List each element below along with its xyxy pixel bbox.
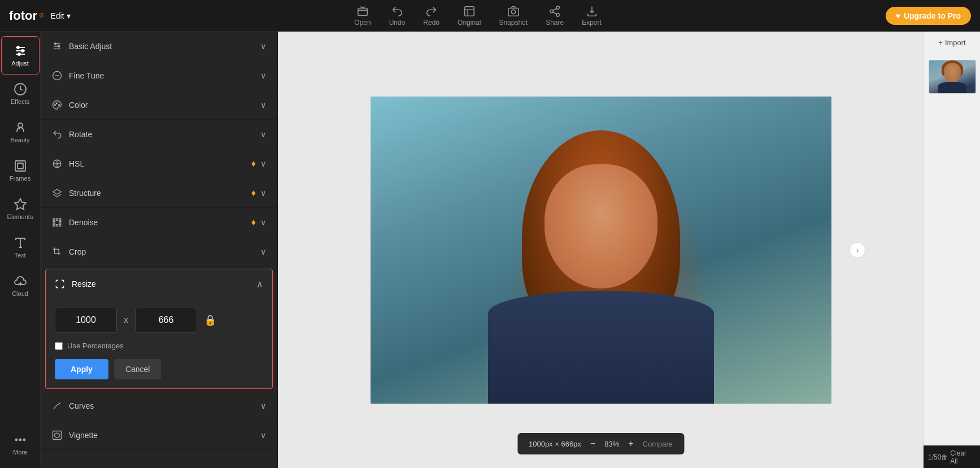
svg-rect-1 xyxy=(464,6,474,16)
sidebar-item-text[interactable]: Text xyxy=(1,228,40,266)
zoom-level: 83% xyxy=(604,440,619,448)
resize-panel-body: x 🔒 Use Percentages Apply Cancel xyxy=(46,299,272,388)
canvas-area: 1000px × 666px − 83% + Compare › xyxy=(278,32,924,468)
lock-icon[interactable]: 🔒 xyxy=(204,314,216,326)
panel-basic-adjust[interactable]: Basic Adjust ∨ xyxy=(41,32,277,61)
svg-marker-16 xyxy=(15,199,26,209)
svg-rect-34 xyxy=(53,224,55,226)
topbar: fotor® Edit ▾ Open Undo Redo Original Sn… xyxy=(0,0,980,32)
redo-action[interactable]: Redo xyxy=(423,5,439,27)
export-action[interactable]: Export xyxy=(582,5,602,27)
resize-panel-header[interactable]: Resize ∧ xyxy=(46,269,272,299)
sidebar-item-frames[interactable]: Frames xyxy=(1,151,40,190)
panel-basic-adjust-left: Basic Adjust xyxy=(52,41,112,51)
svg-rect-32 xyxy=(53,221,55,223)
panel-color[interactable]: Color ∨ xyxy=(41,90,277,120)
sidebar-item-adjust[interactable]: Adjust xyxy=(1,36,40,75)
crop-chevron: ∨ xyxy=(260,247,266,256)
denoise-label: Denoise xyxy=(69,218,98,227)
panel-rotate-left: Rotate xyxy=(52,129,92,139)
sidebar-item-beauty[interactable]: Beauty xyxy=(1,113,40,151)
undo-label: Undo xyxy=(389,19,406,27)
undo-action[interactable]: Undo xyxy=(389,5,406,27)
edit-menu[interactable]: Edit ▾ xyxy=(50,11,70,20)
more-label: More xyxy=(13,449,27,456)
svg-point-19 xyxy=(23,439,25,441)
panel-denoise-left: Denoise xyxy=(52,217,98,228)
zoom-in-button[interactable]: + xyxy=(628,439,633,449)
canvas-image xyxy=(371,97,831,404)
image-thumbnail[interactable] xyxy=(929,60,976,94)
expand-panel-button[interactable]: › xyxy=(850,242,865,258)
adjust-label: Adjust xyxy=(11,60,29,67)
svg-point-5 xyxy=(550,10,554,13)
sidebar-item-more[interactable]: More xyxy=(1,425,40,463)
panel-hsl-left: HSL xyxy=(52,159,84,169)
thumbnail-face xyxy=(944,63,961,83)
apply-button[interactable]: Apply xyxy=(55,359,108,379)
resize-panel: Resize ∧ x 🔒 Use Percentages Apply Cance xyxy=(45,269,273,389)
main-area: Adjust Effects Beauty Frames Elements Te… xyxy=(0,32,980,468)
zoom-out-button[interactable]: − xyxy=(590,439,595,449)
right-panel: + Import xyxy=(924,32,980,468)
svg-rect-30 xyxy=(56,218,58,220)
edit-chevron: ▾ xyxy=(67,11,71,20)
structure-pro-badge: ♦ xyxy=(251,188,256,198)
panel-fine-tune-left: Fine Tune xyxy=(52,71,104,81)
svg-point-25 xyxy=(54,104,55,105)
denoise-pro-badge: ♦ xyxy=(251,217,256,228)
hsl-pro-badge: ♦ xyxy=(251,159,256,169)
panel-crop[interactable]: Crop ∨ xyxy=(41,237,277,266)
compare-button[interactable]: Compare xyxy=(643,440,673,448)
panel-crop-left: Crop xyxy=(52,247,86,257)
structure-chevron: ∨ xyxy=(260,189,266,198)
original-action[interactable]: Original xyxy=(458,5,481,27)
export-label: Export xyxy=(582,19,602,27)
svg-point-18 xyxy=(19,439,21,441)
svg-rect-37 xyxy=(53,431,62,439)
svg-rect-15 xyxy=(18,163,23,169)
clear-all-button[interactable]: 🗑 Clear All xyxy=(941,449,975,465)
panel-vignette[interactable]: Vignette ∨ xyxy=(41,421,277,450)
panel-hsl[interactable]: HSL ♦ ∨ xyxy=(41,149,277,178)
basic-adjust-label: Basic Adjust xyxy=(69,42,112,51)
structure-label: Structure xyxy=(69,189,101,198)
sidebar-item-elements[interactable]: Elements xyxy=(1,190,40,228)
app-logo: fotor® xyxy=(9,8,43,23)
upgrade-button[interactable]: ♥ Upgrade to Pro xyxy=(886,7,971,25)
text-label: Text xyxy=(14,252,25,259)
panel-curves[interactable]: Curves ∨ xyxy=(41,391,277,421)
svg-point-3 xyxy=(511,10,515,14)
svg-point-10 xyxy=(17,46,19,49)
resize-width-input[interactable] xyxy=(55,308,117,333)
panel-rotate[interactable]: Rotate ∨ xyxy=(41,120,277,149)
resize-header-left: Resize xyxy=(55,279,96,289)
panel-fine-tune[interactable]: Fine Tune ∨ xyxy=(41,61,277,90)
use-percentages-checkbox[interactable] xyxy=(55,342,63,350)
panel-denoise[interactable]: Denoise ♦ ∨ xyxy=(41,208,277,237)
svg-point-27 xyxy=(59,104,60,105)
svg-point-4 xyxy=(556,6,560,9)
image-dimensions: 1000px × 666px xyxy=(529,440,581,448)
snapshot-action[interactable]: Snapshot xyxy=(499,5,528,27)
panel-structure[interactable]: Structure ♦ ∨ xyxy=(41,178,277,208)
open-action[interactable]: Open xyxy=(354,5,371,27)
import-button[interactable]: + Import xyxy=(924,32,980,54)
svg-point-23 xyxy=(55,43,56,45)
sidebar-item-cloud[interactable]: Cloud xyxy=(1,266,40,305)
open-label: Open xyxy=(354,19,371,27)
color-label: Color xyxy=(69,100,88,110)
svg-rect-31 xyxy=(59,218,61,220)
svg-rect-36 xyxy=(59,224,61,226)
svg-rect-14 xyxy=(15,161,25,171)
rotate-chevron: ∨ xyxy=(260,130,266,139)
plus-icon: + xyxy=(938,38,943,47)
sidebar-item-effects[interactable]: Effects xyxy=(1,75,40,113)
resize-height-input[interactable] xyxy=(135,308,197,333)
svg-point-12 xyxy=(18,53,20,55)
cancel-button[interactable]: Cancel xyxy=(114,359,162,379)
import-label: Import xyxy=(945,38,966,47)
resize-actions: Apply Cancel xyxy=(55,359,263,379)
svg-point-11 xyxy=(21,50,24,52)
share-action[interactable]: Share xyxy=(546,5,564,27)
